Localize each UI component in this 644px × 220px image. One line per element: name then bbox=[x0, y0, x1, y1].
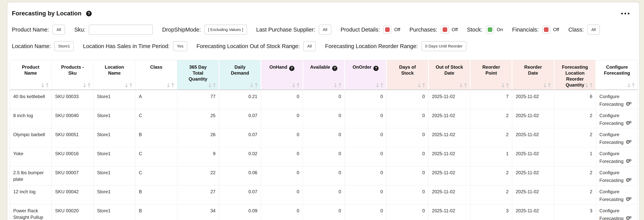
cell-days-of-stock: 0 bbox=[386, 90, 428, 109]
cell-onhand: 0 bbox=[261, 90, 303, 109]
cell-onorder: 0 bbox=[345, 204, 386, 220]
cell-onorder: 0 bbox=[345, 166, 386, 185]
filter-location-name: Location Name:Store1 bbox=[12, 41, 74, 51]
configure-forecasting-link[interactable]: Configure Forecasting ⚙⚙ bbox=[600, 151, 632, 164]
configure-forecasting-link[interactable]: Configure Forecasting ⚙⚙ bbox=[600, 170, 632, 183]
filter-location-has-sales-in-time-period: Location Has Sales in Time Period:Yes bbox=[83, 41, 187, 51]
column-header-forecasting-location-reorder-quantity[interactable]: Forecasting Location Reorder Quantity↓↑ bbox=[554, 60, 596, 90]
cell-onorder: 0 bbox=[345, 185, 386, 204]
column-header-daily-demand[interactable]: Daily Demand↓↑ bbox=[219, 60, 261, 90]
cell-product-name: Yoke bbox=[10, 147, 52, 166]
cell-class: A bbox=[135, 90, 177, 109]
toggle-indicator bbox=[385, 27, 390, 32]
column-header-days-of-stock[interactable]: Days of Stock↓↑ bbox=[386, 60, 428, 90]
configure-forecasting-link[interactable]: Configure Forecasting ⚙⚙ bbox=[600, 189, 632, 202]
filter-sku-input[interactable] bbox=[89, 25, 153, 35]
sort-icon[interactable]: ↓↑ bbox=[500, 82, 509, 88]
filter-label: Forecasting Location Reorder Range: bbox=[325, 43, 418, 49]
cell-products-sku: SKU 00033 bbox=[52, 90, 94, 109]
column-header-out-of-stock-date[interactable]: Out of Stock Date↓↑ bbox=[428, 60, 470, 90]
filter-dropshipmode-button[interactable]: [ Excluding Values ] bbox=[204, 25, 247, 35]
column-title: Daily Demand bbox=[231, 64, 249, 76]
sort-icon[interactable]: ↓↑ bbox=[333, 82, 342, 88]
filter-product-name-button[interactable]: All bbox=[52, 25, 65, 35]
filter-last-purchase-supplier-button[interactable]: All bbox=[319, 25, 332, 35]
column-header-reorder-point[interactable]: Reorder Point↓↑ bbox=[470, 60, 512, 90]
filter-row1: Product Name:AllSku:DropShipMode:[ Exclu… bbox=[12, 25, 635, 35]
filter-stock: Stock:On bbox=[467, 26, 503, 34]
sort-icon[interactable]: ↓↑ bbox=[124, 82, 133, 88]
column-header-available[interactable]: Available?↓↑ bbox=[303, 60, 345, 90]
filter-location-name-button[interactable]: Store1 bbox=[54, 41, 74, 51]
filter-location-has-sales-in-time-period-button[interactable]: Yes bbox=[173, 41, 187, 51]
column-header-365-day-total-quantity[interactable]: 365 Day Total Quantity↓↑ bbox=[177, 60, 219, 90]
toggle-state-label: Off bbox=[452, 27, 458, 32]
configure-forecasting-link[interactable]: Configure Forecasting ⚙⚙ bbox=[600, 94, 632, 107]
toggle-financials[interactable] bbox=[542, 26, 550, 34]
sort-icon[interactable]: ↓↑ bbox=[40, 82, 49, 88]
configure-forecasting-link[interactable]: Configure Forecasting ⚙⚙ bbox=[600, 113, 632, 126]
sort-icon[interactable]: ↓↑ bbox=[166, 82, 175, 88]
filter-forecasting-location-out-of-stock-range-button[interactable]: All bbox=[303, 41, 316, 51]
cell-location-name: Store1 bbox=[94, 90, 135, 109]
cell-available: 0 bbox=[303, 128, 345, 147]
cell-available: 0 bbox=[303, 109, 345, 128]
sort-icon[interactable]: ↓↑ bbox=[375, 82, 384, 88]
column-header-product-name[interactable]: Product Name↓↑ bbox=[10, 60, 52, 90]
filter-class-button[interactable]: All bbox=[587, 25, 600, 35]
toggle-stock[interactable] bbox=[486, 26, 494, 34]
cell-available: 0 bbox=[303, 204, 345, 220]
sort-icon[interactable]: ↓↑ bbox=[82, 82, 91, 88]
sort-icon[interactable]: ↓↑ bbox=[584, 82, 593, 88]
table-row: Olympic barbellSKU 00051Store1B260.07000… bbox=[10, 128, 638, 147]
toggle-product-details[interactable] bbox=[383, 26, 392, 34]
configure-forecasting-label: Configure Forecasting bbox=[600, 151, 624, 164]
filter-forecasting-location-reorder-range-button[interactable]: 0 Days Until Reorder bbox=[421, 41, 466, 51]
configure-forecasting-link[interactable]: Configure Forecasting ⚙⚙ bbox=[600, 208, 632, 220]
cell-reorder-date: 2025-11-02 bbox=[512, 128, 554, 147]
cell-configure-forecasting: Configure Forecasting ⚙⚙ bbox=[596, 204, 638, 220]
sort-icon[interactable]: ↓↑ bbox=[249, 82, 258, 88]
configure-forecasting-link[interactable]: Configure Forecasting ⚙⚙ bbox=[600, 132, 632, 145]
configure-forecasting-label: Configure Forecasting bbox=[600, 132, 624, 145]
column-header-onorder[interactable]: OnOrder?↓↑ bbox=[345, 60, 386, 90]
help-icon[interactable]: ? bbox=[86, 11, 92, 16]
column-header-configure-forecasting[interactable]: Configure Forecasting↓↑ bbox=[596, 60, 638, 90]
cell-location-name: Store1 bbox=[94, 109, 135, 128]
cell-daily-demand: 0.07 bbox=[219, 128, 261, 147]
filter-sku: Sku: bbox=[74, 25, 153, 35]
table-row: 40 lbs kettlebellSKU 00033Store1A770.210… bbox=[10, 90, 638, 109]
filter-label: Purchases: bbox=[410, 27, 437, 33]
cell-available: 0 bbox=[303, 166, 345, 185]
more-options-button[interactable] bbox=[620, 12, 630, 16]
cell-daily-demand: 0.21 bbox=[219, 90, 261, 109]
help-icon[interactable]: ? bbox=[374, 66, 378, 71]
toggle-indicator bbox=[488, 27, 492, 32]
column-header-onhand[interactable]: OnHand?↓↑ bbox=[261, 60, 303, 90]
column-title: Configure Forecasting bbox=[604, 64, 630, 76]
sort-icon[interactable]: ↓↑ bbox=[542, 82, 551, 88]
column-header-location-name[interactable]: Location Name↓↑ bbox=[94, 60, 135, 90]
column-header-class[interactable]: Class↓↑ bbox=[135, 60, 177, 90]
column-header-products-sku[interactable]: Products - Sku↓↑ bbox=[52, 60, 94, 90]
configure-forecasting-label: Configure Forecasting bbox=[600, 113, 624, 126]
help-icon[interactable]: ? bbox=[289, 66, 294, 71]
cell-daily-demand: 0.06 bbox=[219, 166, 261, 185]
sort-icon[interactable]: ↓↑ bbox=[626, 82, 635, 88]
gears-icon-small: ⚙ bbox=[629, 158, 632, 162]
column-header-reorder-date[interactable]: Reorder Date↓↑ bbox=[512, 60, 554, 90]
cell-reorder-point: 2 bbox=[470, 166, 512, 185]
column-title: Products - Sku bbox=[61, 64, 84, 76]
cell-products-sku: SKU 00020 bbox=[52, 204, 94, 220]
sort-icon[interactable]: ↓↑ bbox=[208, 82, 216, 88]
sort-icon[interactable]: ↓↑ bbox=[291, 82, 300, 88]
sort-icon[interactable]: ↓↑ bbox=[459, 82, 468, 88]
filter-product-name: Product Name:All bbox=[12, 25, 65, 35]
cell-forecasting-location-reorder-quantity: 2 bbox=[554, 185, 596, 204]
column-title: Out of Stock Date bbox=[436, 64, 463, 76]
cell-365-day-total-quantity: 9 bbox=[177, 147, 219, 166]
cell-class: B bbox=[135, 204, 177, 220]
sort-icon[interactable]: ↓↑ bbox=[417, 82, 426, 88]
help-icon[interactable]: ? bbox=[332, 66, 337, 71]
toggle-purchases[interactable] bbox=[441, 26, 449, 34]
